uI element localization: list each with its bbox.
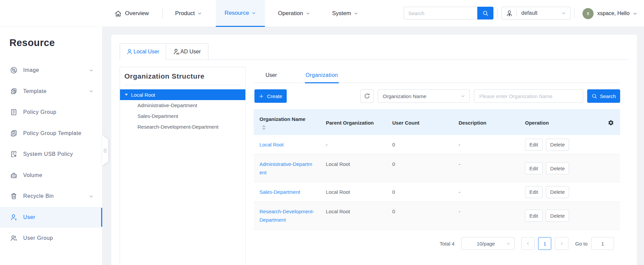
sort-ascending-icon[interactable]	[262, 125, 266, 127]
sort-descending-icon[interactable]	[262, 128, 266, 130]
profile-value: default	[521, 10, 537, 16]
organization-structure-panel: Organization Structure Local Root Admini…	[120, 67, 246, 265]
sidebar-menu: Image Template	[0, 60, 102, 249]
tab-local-user[interactable]: Local User	[120, 43, 166, 60]
search-controls: Organization Name Search	[360, 89, 620, 103]
pagination-total: Total 4	[440, 241, 454, 247]
goto-page-input[interactable]	[591, 237, 614, 250]
operation-cell: Edit Delete	[519, 182, 586, 202]
global-search-button[interactable]	[477, 7, 493, 19]
sidebar-item-system-usb-policy[interactable]: System USB Policy	[0, 144, 102, 165]
delete-button[interactable]: Delete	[546, 186, 569, 198]
document-gear-icon	[10, 150, 17, 158]
profile-select[interactable]: default	[501, 7, 571, 19]
organization-link[interactable]: Sales-Department	[254, 182, 320, 202]
nav-item-product[interactable]: Product	[175, 0, 202, 27]
tree-expand-caret-icon[interactable]	[125, 94, 128, 96]
nav-item-overview[interactable]: Overview	[115, 0, 149, 27]
local-user-icon	[126, 48, 133, 55]
previous-page-button[interactable]	[521, 237, 535, 250]
create-button[interactable]: Create	[254, 89, 287, 103]
tree-node-child[interactable]: Research-Development-Department	[120, 122, 245, 132]
gear-icon[interactable]	[608, 120, 614, 126]
filter-field-value: Organization Name	[383, 93, 460, 99]
sidebar-title: Resource	[9, 37, 55, 48]
tree-node-local-root[interactable]: Local Root	[120, 89, 245, 100]
tree-node-child[interactable]: Administrative-Department	[120, 100, 245, 111]
delete-button[interactable]: Delete	[546, 162, 569, 174]
chevron-left-icon	[526, 241, 530, 246]
column-header-parent-organization: Parent Organization	[320, 109, 387, 135]
tab-organization-active[interactable]: Organization	[306, 68, 338, 83]
sidebar-item-label: Policy Group Template	[23, 130, 81, 136]
sidebar-item-image[interactable]: Image	[0, 60, 102, 81]
nav-item-operation[interactable]: Operation	[278, 0, 310, 27]
delete-button[interactable]: Delete	[546, 139, 569, 151]
edit-button[interactable]: Edit	[525, 186, 542, 198]
sidebar-item-label: Policy Group	[23, 109, 56, 115]
search-icon	[482, 10, 489, 16]
edit-button[interactable]: Edit	[525, 162, 542, 174]
next-page-button[interactable]	[555, 237, 568, 250]
documents-icon	[10, 130, 17, 137]
organization-name-input[interactable]	[474, 89, 583, 103]
chevron-down-icon	[89, 194, 94, 199]
sidebar-item-label: Volume	[23, 172, 42, 178]
organization-management-panel: User Organization Create	[254, 68, 620, 250]
search-button[interactable]: Search	[587, 89, 620, 103]
nav-system-label: System	[332, 10, 351, 17]
organization-link[interactable]: Administrative-Department	[254, 154, 320, 182]
trash-icon	[10, 192, 17, 200]
organization-link[interactable]: Research-Development-Department	[254, 202, 320, 229]
tree-node-child[interactable]: Sales-Department	[120, 111, 245, 122]
sidebar-item-label: User	[23, 214, 35, 220]
user-count-cell: 0	[387, 135, 453, 154]
column-header-operation: Operation	[519, 109, 586, 135]
user-name: xspace, Hello	[597, 10, 630, 16]
user-menu[interactable]: x xspace, Hello	[582, 0, 638, 27]
chevron-down-icon	[89, 68, 94, 73]
search-icon	[592, 93, 597, 99]
global-search-input[interactable]	[404, 7, 477, 19]
settings-cell	[586, 202, 620, 229]
tab-local-user-label: Local User	[133, 49, 159, 55]
description-cell: -	[453, 182, 520, 202]
sort-control[interactable]	[262, 124, 266, 130]
view-tabs: User Organization	[254, 68, 620, 83]
tab-ad-user[interactable]: AD AD User	[166, 43, 208, 60]
main-content-card: Local User AD AD User Organization Struc…	[111, 35, 637, 265]
drive-icon	[10, 172, 17, 179]
sidebar-item-recycle-bin[interactable]: Recycle Bin	[0, 186, 102, 207]
page-size-select[interactable]: 10/page	[461, 237, 515, 250]
sidebar-item-user-group[interactable]: User Group	[0, 228, 102, 249]
page-number-button-current[interactable]: 1	[538, 237, 551, 250]
chevron-down-icon	[354, 11, 358, 16]
refresh-button[interactable]	[360, 89, 374, 103]
sidebar-item-label: User Group	[23, 235, 53, 241]
sidebar-item-volume[interactable]: Volume	[0, 165, 102, 186]
user-source-tabs: Local User AD AD User	[120, 43, 629, 60]
organization-link[interactable]: Local Root	[254, 135, 320, 154]
plus-icon	[259, 94, 264, 99]
sidebar-item-policy-group[interactable]: Policy Group	[0, 102, 102, 123]
sidebar-item-template[interactable]: Template	[0, 81, 102, 102]
nav-divider	[162, 9, 163, 18]
sidebar-item-policy-group-template[interactable]: Policy Group Template	[0, 123, 102, 144]
tab-user[interactable]: User	[266, 68, 277, 83]
edit-button[interactable]: Edit	[525, 210, 542, 222]
operation-cell: Edit Delete	[519, 154, 586, 182]
sidebar-item-user[interactable]: User	[0, 207, 102, 228]
sidebar-item-label: Recycle Bin	[23, 193, 54, 199]
delete-button[interactable]: Delete	[546, 210, 569, 222]
edit-button[interactable]: Edit	[525, 139, 542, 151]
table-header-row: Organization Name Parent Organization Us…	[254, 109, 620, 135]
sidebar-collapse-handle[interactable]	[102, 135, 108, 166]
nav-item-system[interactable]: System	[332, 0, 358, 27]
user-group-icon	[10, 234, 17, 242]
disc-icon	[10, 67, 17, 74]
nav-item-resource-active[interactable]: Resource	[216, 0, 265, 27]
chevron-down-icon	[561, 10, 566, 16]
tab-ad-user-label: AD User	[180, 49, 201, 55]
filter-field-select[interactable]: Organization Name	[378, 89, 470, 103]
chevron-down-icon	[251, 11, 256, 15]
